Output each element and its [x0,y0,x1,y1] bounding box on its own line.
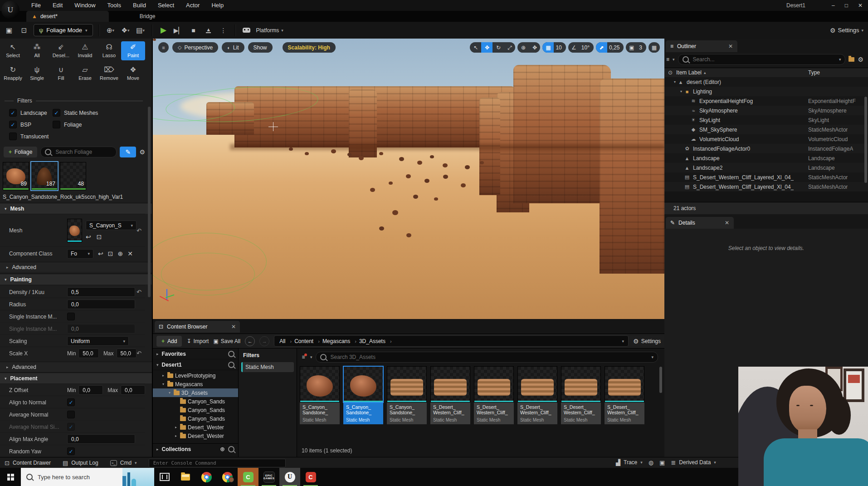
asset-scrollbar[interactable] [659,367,662,393]
outliner-row[interactable]: ≋ ExponentialHeightFog ExponentialHeight… [664,96,868,106]
checkbox[interactable]: ✓ [53,121,60,128]
menu-item[interactable]: Tools [102,0,127,11]
foliage-tool-button[interactable]: ✐ Paint [121,41,145,60]
visibility-eye-icon[interactable]: ⊙ [664,69,676,76]
mesh-asset-dropdown[interactable]: S_Canyon_S ▾ [86,221,137,230]
folder-tree-item[interactable]: ▸ Desert_Wester [153,423,238,432]
outliner-row[interactable]: ▤ S_Desert_Western_Cliff_Layered_Xl_04_ … [664,182,868,191]
rotate-mode-icon[interactable]: ↻ [493,42,504,53]
browse-content-icon[interactable]: ⊡ [19,25,29,36]
filter-icon[interactable]: ≡ [666,56,669,63]
foliage-tool-button[interactable]: ↻ Reapply [1,64,25,83]
camtasia-recorder-button[interactable]: C [300,468,321,486]
editor-mode-dropdown[interactable]: ψ Foliage Mode ▾ [34,24,93,36]
menu-item[interactable]: Window [68,0,101,11]
forward-icon[interactable]: → [259,336,269,346]
advanced-section-header[interactable]: ▸ Advanced [0,262,152,272]
outliner-row[interactable]: ▲ Landscape Landscape [664,153,868,163]
asset-tile[interactable]: S_Desert_ Western_Cliff_ Static Mesh [430,366,470,424]
rotation-snap-icon[interactable]: ∠ [568,42,580,53]
tab-desert[interactable]: ▲ desert* [26,11,109,22]
outliner-row[interactable]: ◆ SM_SkySphere StaticMeshActor [664,125,868,134]
rotation-snap-value[interactable]: 10° [580,42,594,53]
asset-tile[interactable]: S_Desert_ Western_Cliff_ Static Mesh [474,366,514,424]
foliage-brush-thumbnail[interactable]: 89 [3,162,29,190]
collections-section[interactable]: ▸ Collections ⊕ [153,443,238,454]
camera-speed-value[interactable]: 3 [637,42,646,53]
checkbox[interactable]: ✓ [67,411,75,418]
save-icon[interactable]: ▣ [4,25,15,36]
asset-tile[interactable]: S_Canyon_ Sandstone_ Static Mesh [343,366,383,424]
checkbox[interactable]: ✓ [9,133,17,140]
settings-dropdown[interactable]: ⚙ Settings ▾ [830,27,863,34]
outliner-scrollbar[interactable] [864,97,867,183]
console-command-box[interactable] [149,459,286,467]
epic-games-button[interactable]: EPICGAMES [258,468,279,486]
insights-record-icon[interactable]: ◍ [649,459,653,466]
mesh-section-header[interactable]: ▾ Mesh [0,203,152,214]
play-icon[interactable]: ▶ [158,25,169,36]
folder-tree-item[interactable]: Canyon_Sands [153,406,238,414]
checkbox[interactable]: ✓ [9,109,17,117]
new-folder-icon[interactable] [848,57,854,62]
menu-item[interactable]: Edit [47,0,68,11]
cinematics-icon[interactable]: ▤▾ [135,25,146,36]
expander-icon[interactable]: ▾ [664,89,683,93]
import-button[interactable]: ↧ Import [186,338,209,344]
breadcrumb-item[interactable]: 3D_Assets › [359,338,392,344]
derived-data-dropdown[interactable]: ≣ Derived Data ▾ [671,459,716,466]
console-command-input[interactable] [152,460,282,466]
screenshot-icon[interactable]: ▣ [659,459,665,466]
mesh-thumbnail[interactable] [67,219,82,242]
file-explorer-button[interactable] [175,468,196,486]
outliner-search-box[interactable]: ▾ [678,54,846,65]
foliage-brush-thumbnail[interactable]: 48 [60,162,86,190]
search-icon[interactable] [228,362,234,368]
foliage-brush-thumbnail[interactable]: 187 [31,162,58,190]
perspective-dropdown[interactable]: ◇ Perspective [172,42,218,53]
foliage-tool-button[interactable]: ↖ Select [1,41,25,60]
asset-tile[interactable]: S_Canyon_ Sandstone_ Static Mesh [387,366,427,424]
checkbox[interactable]: ✓ [53,109,60,117]
placement-section-header[interactable]: ▾ Placement [0,373,152,383]
folder-tree-item[interactable]: Canyon_Sands [153,414,238,423]
clear-icon[interactable]: ✕ [127,250,133,257]
reset-icon[interactable]: ↶ [137,350,141,357]
maximize-icon[interactable]: □ [845,2,848,9]
task-view-button[interactable] [154,468,175,486]
outliner-row[interactable]: ▲ Landscape2 Landscape [664,163,868,172]
foliage-tool-button[interactable]: ⚠ Invalid [73,41,97,60]
output-log-button[interactable]: ▤ Output Log [63,460,98,466]
chevron-down-icon[interactable]: ▾ [839,57,841,62]
lit-dropdown[interactable]: ◐ Lit [222,42,244,53]
filter-checkbox-row[interactable]: ✓ BSP [9,121,53,128]
taskbar-search-input[interactable] [37,473,107,481]
menu-item[interactable]: Select [152,0,180,11]
eject-icon[interactable]: ▲ [203,25,214,36]
outliner-row[interactable]: ▾ ■ Lighting [664,87,868,96]
save-all-button[interactable]: ▣ Save All [213,338,240,344]
asset-tile[interactable]: S_Desert_ Western_Cliff_ Static Mesh [517,366,557,424]
gear-icon[interactable]: ⚙ [139,148,145,156]
minimize-icon[interactable]: – [832,2,835,9]
item-label-column[interactable]: Item Label [676,69,702,76]
foliage-tool-button[interactable]: ψ Single [25,64,49,83]
project-root-section[interactable]: ▾ Desert1 [153,359,238,370]
grid-snap-value[interactable]: 10 [554,42,566,53]
z-offset-min-input[interactable]: 0,0 [78,385,103,395]
surface-snap-icon[interactable]: ✥ [529,42,540,53]
maximize-viewport-icon[interactable]: ▦ [649,42,660,53]
search-icon[interactable] [228,351,234,357]
use-selected-asset-icon[interactable]: ↩ [86,233,91,241]
expander-icon[interactable]: ▸ [153,425,178,429]
align-max-angle-input[interactable]: 0,0 [67,434,135,444]
expander-icon[interactable]: ▾ [153,391,172,395]
panel-scrollbar[interactable] [148,107,151,297]
checkbox[interactable]: ✓ [67,447,75,455]
viewport-3d[interactable]: ≡ ◇ Perspective ◐ Lit Show Scalability: … [153,39,664,319]
foliage-search-box[interactable] [40,147,117,157]
chrome-button[interactable] [196,468,217,486]
foliage-tool-button[interactable]: ⁂ All [25,41,49,60]
play-options-icon[interactable]: ⋮ [218,25,229,36]
chevron-down-icon[interactable]: ▾ [622,339,624,344]
